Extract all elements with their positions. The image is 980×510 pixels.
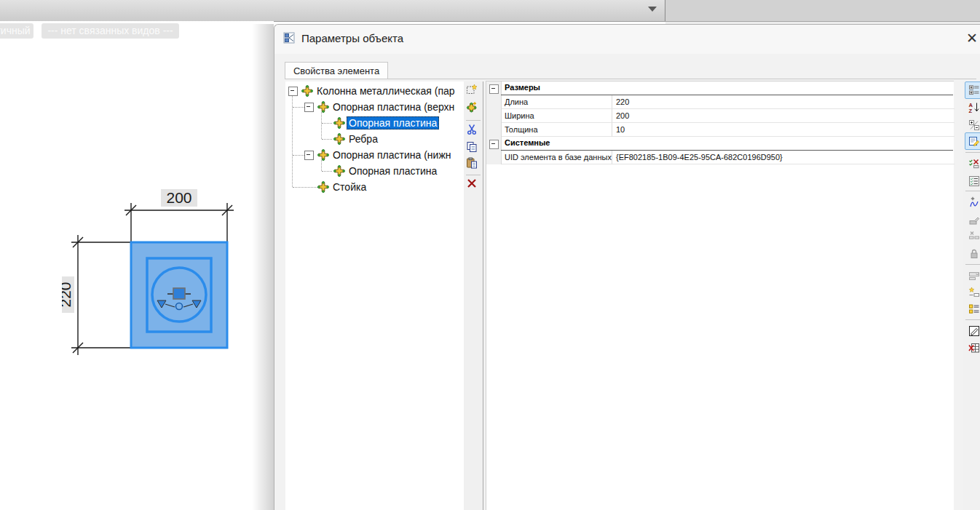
element-icon bbox=[333, 165, 345, 177]
paste-icon[interactable] bbox=[466, 157, 481, 172]
property-row[interactable]: Длина 220 bbox=[486, 95, 953, 109]
property-name: Длина bbox=[502, 95, 615, 109]
property-name: Ширина bbox=[502, 109, 615, 123]
sort-az-icon[interactable] bbox=[965, 99, 980, 116]
property-value[interactable]: 220 bbox=[612, 95, 955, 109]
tab-element-properties[interactable]: Свойства элемента bbox=[285, 62, 388, 79]
library-panel-header[interactable]: Библиотека объектов bbox=[665, 0, 980, 22]
property-value[interactable]: 10 bbox=[612, 123, 955, 137]
property-grid-toolbar bbox=[963, 81, 980, 510]
close-icon[interactable]: ✕ bbox=[963, 30, 980, 47]
property-row[interactable]: UID элемента в базе данных {EF802185-1B0… bbox=[486, 151, 953, 164]
property-value[interactable]: {EF802185-1B09-4E25-95CA-682C0196D950} bbox=[612, 151, 955, 164]
collapse-minus-box[interactable] bbox=[304, 103, 314, 112]
property-group-row[interactable]: Размеры bbox=[486, 81, 953, 95]
edit-property-icon[interactable] bbox=[965, 132, 980, 150]
tree-item-label[interactable]: Стойка bbox=[331, 180, 368, 194]
group-indent-strip bbox=[486, 137, 502, 151]
toolbar-separator bbox=[965, 264, 980, 265]
indent-strip bbox=[486, 95, 502, 109]
view-state-badge[interactable]: тичный bbox=[0, 23, 33, 39]
dialog-title: Параметры объекта bbox=[301, 32, 403, 44]
dialog-titlebar[interactable]: Параметры объекта ✕ bbox=[274, 25, 980, 54]
toolbar-separator bbox=[466, 175, 481, 175]
expand-collapse-icon[interactable] bbox=[965, 116, 980, 134]
new-field-icon[interactable] bbox=[965, 284, 980, 301]
edit-disabled-icon bbox=[965, 211, 980, 228]
collapse-minus-box[interactable] bbox=[288, 87, 298, 96]
add-element-icon[interactable] bbox=[466, 101, 481, 116]
object-parameters-dialog: Параметры объекта ✕ Свойства элемента bbox=[274, 24, 980, 510]
tree-item-plate-bottom-group[interactable]: Опорная пластина (нижн bbox=[285, 147, 464, 163]
element-icon bbox=[317, 149, 329, 161]
dimension-width-text: 200 bbox=[166, 189, 191, 206]
element-icon bbox=[333, 133, 345, 145]
dropdown-arrow-icon[interactable] bbox=[648, 7, 657, 12]
delete-table-icon[interactable] bbox=[965, 339, 980, 356]
indent-strip bbox=[486, 123, 502, 137]
tree-item-post[interactable]: Стойка bbox=[285, 179, 464, 195]
tree-item-label[interactable]: Колонна металлическая (пар bbox=[315, 84, 457, 97]
tree-item-plate-selected[interactable]: Опорная пластина bbox=[285, 115, 464, 131]
drawing-canvas[interactable]: тичный --- нет связанных видов --- 200 bbox=[0, 21, 274, 510]
combo-disabled-icon bbox=[965, 267, 980, 284]
property-value[interactable]: 200 bbox=[612, 109, 955, 123]
tree-item-label[interactable]: Ребра bbox=[347, 132, 380, 146]
plate-drawing[interactable]: 200 220 bbox=[62, 186, 248, 364]
property-row[interactable]: Толщина 10 bbox=[486, 123, 953, 137]
new-element-icon[interactable] bbox=[466, 84, 481, 98]
categorized-icon[interactable] bbox=[965, 81, 980, 99]
checklist-icon[interactable] bbox=[965, 172, 980, 190]
tree-item-label-selected[interactable]: Опорная пластина bbox=[347, 116, 439, 130]
field-list-icon[interactable] bbox=[965, 300, 980, 318]
element-icon bbox=[301, 85, 313, 97]
tree-item-plate[interactable]: Опорная пластина bbox=[285, 163, 464, 179]
tree-item-ribs[interactable]: Ребра bbox=[285, 131, 464, 147]
application-window: Библиотека объектов тичный --- нет связа… bbox=[0, 0, 980, 510]
element-icon bbox=[317, 181, 329, 193]
property-name: UID элемента в базе данных bbox=[502, 151, 615, 164]
structure-tree[interactable]: Колонна металлическая (пар Опорная пласт… bbox=[285, 81, 464, 510]
cut-icon[interactable] bbox=[466, 124, 481, 138]
group-indent-strip bbox=[486, 81, 502, 95]
tree-item-label[interactable]: Опорная пластина bbox=[347, 164, 439, 178]
collapse-minus-box[interactable] bbox=[489, 84, 499, 94]
toolbar-separator bbox=[965, 319, 980, 320]
top-toolbar: Библиотека объектов bbox=[0, 0, 980, 22]
element-icon bbox=[333, 117, 345, 129]
add-parameter-icon[interactable] bbox=[965, 194, 980, 211]
indent-strip bbox=[486, 109, 502, 123]
property-row[interactable]: Ширина 200 bbox=[486, 109, 953, 123]
linked-views-badge[interactable]: --- нет связанных видов --- bbox=[42, 23, 179, 39]
validate-icon[interactable] bbox=[965, 155, 980, 172]
dimension-height-text: 220 bbox=[62, 282, 74, 307]
lock-disabled-icon bbox=[965, 245, 980, 263]
element-icon bbox=[317, 101, 329, 113]
dimension-height-group: 220 bbox=[62, 276, 74, 313]
toolbar-separator bbox=[466, 120, 481, 121]
collapse-minus-box[interactable] bbox=[304, 151, 314, 160]
tab-page: Колонна металлическая (пар Опорная пласт… bbox=[285, 79, 976, 510]
toolbar-separator bbox=[965, 152, 980, 153]
property-group-row[interactable]: Системные bbox=[486, 137, 953, 151]
clear-disabled-icon bbox=[965, 228, 980, 245]
toolbar-separator bbox=[965, 191, 980, 191]
property-group-label: Размеры bbox=[505, 83, 540, 92]
edit-form-icon[interactable] bbox=[965, 322, 980, 340]
tree-item-label[interactable]: Опорная пластина (верхн bbox=[331, 100, 457, 113]
tree-item-label[interactable]: Опорная пластина (нижн bbox=[331, 148, 454, 162]
property-name: Толщина bbox=[502, 123, 615, 137]
tree-toolbar bbox=[464, 81, 483, 510]
property-grid[interactable]: Размеры Длина 220 Ширина 200 Толщина 10 bbox=[486, 81, 954, 510]
delete-icon[interactable] bbox=[466, 178, 481, 192]
tree-item-column[interactable]: Колонна металлическая (пар bbox=[285, 83, 464, 99]
tree-item-plate-top-group[interactable]: Опорная пластина (верхн bbox=[285, 99, 464, 115]
collapse-minus-box[interactable] bbox=[489, 140, 499, 149]
property-group-label: Системные bbox=[505, 138, 550, 147]
dialog-icon bbox=[283, 32, 295, 44]
copy-icon[interactable] bbox=[466, 141, 481, 156]
dialog-shadow bbox=[252, 24, 274, 510]
indent-strip bbox=[486, 151, 502, 164]
